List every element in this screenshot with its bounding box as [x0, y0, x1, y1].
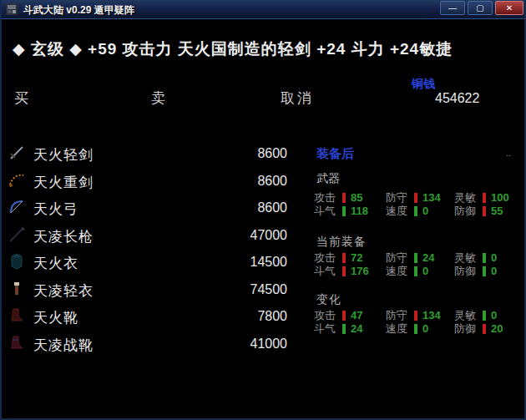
item-price: 14500: [219, 255, 287, 270]
list-item[interactable]: 天火重剑 8600: [2, 168, 298, 195]
stat-label: 斗气: [314, 321, 337, 337]
list-item[interactable]: 天火靴 7800: [2, 303, 298, 330]
list-item[interactable]: 天火弓 8600: [2, 195, 298, 221]
stat-bar: [483, 311, 486, 321]
cancel-button[interactable]: 取消: [281, 89, 314, 108]
stat-value: 0: [491, 309, 497, 321]
stat-label: 速度: [386, 321, 409, 337]
stat-value: 0: [491, 251, 497, 264]
stat-bar: [483, 324, 486, 334]
stat-value: 0: [422, 205, 428, 217]
item-name: 天火重剑: [33, 173, 94, 192]
stat-label: 防御: [454, 264, 478, 279]
item-price: 8600: [219, 174, 287, 189]
stat-guard: 防御20: [454, 322, 524, 335]
stat-agility: 灵敏0: [454, 309, 524, 321]
stat-defense: 防守24: [386, 251, 454, 264]
currency-label: 铜钱: [412, 77, 435, 92]
stat-bar: [342, 324, 346, 334]
stat-row: 攻击72 防守24 灵敏0: [314, 251, 524, 264]
corner-dots: ..: [506, 148, 511, 158]
change-label: 变化: [316, 292, 341, 307]
sword-icon: [7, 143, 27, 163]
boot-icon: [7, 306, 27, 326]
stat-speed: 速度0: [386, 205, 454, 217]
close-button[interactable]: ✕: [495, 1, 523, 15]
stat-bar: [414, 253, 417, 263]
item-name: 天凌战靴: [33, 336, 94, 355]
spear-icon: [7, 225, 27, 245]
stat-value: 24: [351, 322, 362, 335]
current-equip-label: 当前装备: [316, 235, 367, 250]
stat-bar: [414, 206, 417, 216]
stat-bar: [342, 253, 346, 263]
stat-value: 0: [491, 265, 497, 277]
stat-defense: 防守134: [386, 191, 454, 204]
sell-tab[interactable]: 卖: [151, 89, 165, 108]
item-price: 47000: [219, 228, 287, 243]
list-item[interactable]: 天火衣 14500: [2, 249, 298, 276]
stat-guard: 防御0: [454, 265, 524, 277]
item-name: 天火衣: [33, 254, 78, 273]
item-price: 7800: [219, 309, 287, 324]
list-item[interactable]: 天凌轻衣 74500: [2, 276, 298, 303]
stat-value: 72: [351, 251, 362, 264]
stat-bar: [414, 266, 417, 276]
item-name: 天凌长枪: [33, 227, 94, 246]
category-label: 武器: [316, 171, 340, 186]
cloth-icon: [7, 279, 27, 299]
list-item[interactable]: 天凌长枪 47000: [2, 222, 298, 249]
stat-value: 134: [422, 191, 441, 204]
minimize-button[interactable]: —: [440, 1, 465, 15]
stat-label: 防御: [454, 321, 478, 337]
stat-speed: 速度0: [386, 265, 454, 277]
buy-tab[interactable]: 买: [14, 89, 28, 108]
stat-value: 118: [351, 205, 368, 217]
stat-value: 0: [422, 322, 428, 335]
stat-value: 85: [351, 191, 362, 204]
stat-label: 防御: [454, 204, 478, 219]
list-item[interactable]: 天火轻剑 8600: [2, 140, 298, 167]
item-name: 天凌轻衣: [33, 281, 94, 301]
stat-row: 斗气118 速度0 防御55: [314, 205, 524, 217]
stat-speed: 速度0: [386, 322, 454, 335]
stat-bar: [483, 193, 486, 203]
item-price: 8600: [219, 200, 287, 215]
curved-sword-icon: [7, 170, 27, 190]
stat-row: 斗气24 速度0 防御20: [314, 322, 524, 335]
stat-value: 55: [491, 205, 503, 217]
equip-after-label: 装备后: [316, 146, 354, 162]
stat-qi: 斗气118: [314, 205, 386, 217]
stat-bar: [414, 193, 417, 203]
stat-bar: [483, 253, 486, 263]
maximize-button[interactable]: ▢: [468, 1, 493, 15]
stat-attack: 攻击47: [314, 309, 386, 321]
stat-qi: 斗气24: [314, 322, 386, 335]
stat-agility: 灵敏0: [454, 251, 524, 264]
app-icon: [5, 3, 18, 16]
stat-defense: 防守134: [386, 309, 454, 321]
item-name: 天火靴: [33, 308, 78, 327]
title-bar[interactable]: 斗武大陆 v0.29 遁甲疑阵 — ▢ ✕: [2, 0, 524, 19]
stat-value: 24: [422, 251, 434, 264]
stat-bar: [414, 324, 417, 334]
stat-bar: [414, 311, 417, 321]
stat-agility: 灵敏100: [454, 191, 524, 204]
window-title: 斗武大陆 v0.29 遁甲疑阵: [23, 3, 134, 18]
war-boot-icon: [7, 333, 27, 353]
stat-value: 47: [351, 309, 362, 321]
item-price: 8600: [219, 146, 287, 161]
stat-bar: [483, 266, 486, 276]
stat-value: 0: [422, 265, 428, 277]
stat-value: 100: [491, 191, 509, 204]
stat-value: 176: [351, 265, 369, 277]
stat-label: 斗气: [314, 204, 337, 219]
stat-row: 攻击85 防守134 灵敏100: [314, 191, 524, 204]
stat-qi: 斗气176: [314, 265, 386, 277]
stat-label: 速度: [386, 264, 409, 279]
stat-value: 134: [422, 309, 441, 321]
stat-label: 斗气: [314, 264, 337, 279]
list-item[interactable]: 天凌战靴 41000: [2, 331, 298, 357]
stat-bar: [342, 266, 346, 276]
stat-attack: 攻击72: [314, 251, 386, 264]
